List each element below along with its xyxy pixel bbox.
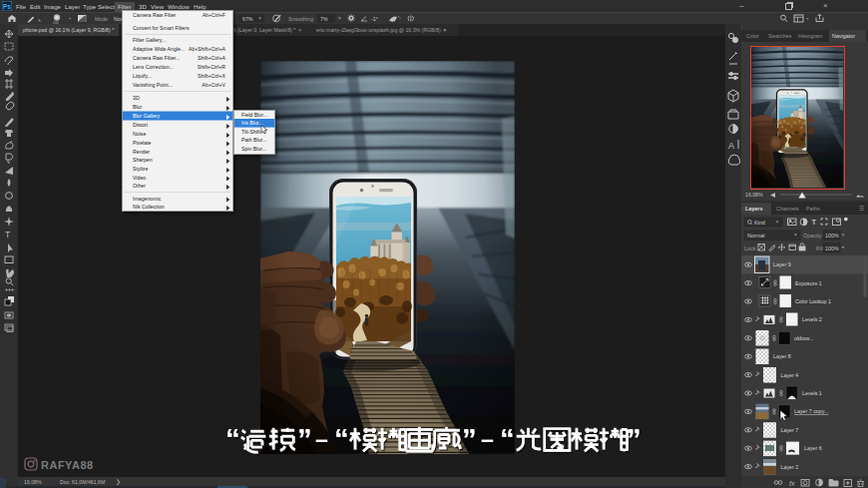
svg-text:”: ” bbox=[297, 423, 312, 455]
svg-text:“: “ bbox=[334, 423, 349, 455]
svg-text:”: ” bbox=[462, 423, 477, 455]
svg-text:Sharpen: Sharpen bbox=[133, 157, 153, 163]
svg-text:fx: fx bbox=[789, 480, 795, 487]
svg-text:Color Lookup 1: Color Lookup 1 bbox=[795, 298, 831, 304]
svg-text:100%: 100% bbox=[825, 233, 839, 239]
svg-text:Alt+Ctrl+F: Alt+Ctrl+F bbox=[203, 12, 225, 18]
svg-text:”: ” bbox=[627, 423, 642, 455]
svg-text:-1°: -1° bbox=[371, 16, 378, 22]
svg-text:T: T bbox=[812, 218, 817, 227]
svg-text:Alt+Shift+Ctrl+A: Alt+Shift+Ctrl+A bbox=[189, 46, 226, 52]
svg-text:7%: 7% bbox=[320, 16, 328, 22]
svg-text:“: “ bbox=[225, 423, 240, 455]
svg-text:Stylize: Stylize bbox=[133, 166, 148, 172]
svg-text:A: A bbox=[728, 141, 734, 151]
svg-text:Layer 2: Layer 2 bbox=[781, 464, 799, 470]
svg-text::: : bbox=[233, 15, 235, 21]
svg-text:Lens Correction...: Lens Correction... bbox=[133, 64, 174, 70]
svg-text:Layer 4: Layer 4 bbox=[781, 372, 799, 378]
svg-text:3D: 3D bbox=[133, 95, 140, 101]
svg-text:Render: Render bbox=[133, 149, 150, 155]
svg-text:Normal: Normal bbox=[747, 233, 764, 239]
svg-text:Opacity:: Opacity: bbox=[803, 233, 823, 239]
svg-text:T: T bbox=[5, 230, 11, 240]
svg-text:Layer 7: Layer 7 bbox=[781, 427, 799, 433]
svg-text:100%: 100% bbox=[825, 245, 839, 251]
svg-text:Mode:: Mode: bbox=[95, 16, 109, 22]
svg-text:Imagenomic: Imagenomic bbox=[133, 196, 162, 202]
svg-text:“: “ bbox=[500, 423, 515, 455]
svg-text:–: – bbox=[481, 426, 494, 452]
svg-text:Kind: Kind bbox=[754, 220, 765, 226]
svg-text:RAFYA88: RAFYA88 bbox=[41, 459, 94, 471]
svg-text:Video: Video bbox=[133, 175, 146, 181]
svg-text:67%: 67% bbox=[242, 16, 253, 22]
svg-text:Liquify...: Liquify... bbox=[133, 73, 152, 79]
svg-text:Layer 6: Layer 6 bbox=[804, 445, 822, 451]
svg-text:Pixelate: Pixelate bbox=[133, 140, 152, 146]
svg-text:Spin Blur...: Spin Blur... bbox=[241, 146, 266, 152]
svg-text:Blur Gallery: Blur Gallery bbox=[133, 113, 161, 119]
svg-text:Blur: Blur bbox=[133, 104, 142, 110]
svg-text:Layer 8: Layer 8 bbox=[773, 353, 791, 359]
svg-text:Layer 9: Layer 9 bbox=[773, 261, 791, 267]
svg-text:Exposure 1: Exposure 1 bbox=[795, 280, 822, 286]
svg-text:Shift+Ctrl+R: Shift+Ctrl+R bbox=[198, 64, 226, 70]
svg-text:Vanishing Point...: Vanishing Point... bbox=[133, 82, 173, 88]
svg-text:Distort: Distort bbox=[133, 122, 149, 128]
svg-text:Filter Gallery...: Filter Gallery... bbox=[133, 37, 166, 43]
svg-text:Lock:: Lock: bbox=[744, 245, 757, 251]
svg-text:Noise: Noise bbox=[133, 131, 146, 137]
svg-text:Alt+Ctrl+V: Alt+Ctrl+V bbox=[202, 82, 225, 88]
svg-text:Nik Collection: Nik Collection bbox=[133, 204, 165, 210]
svg-text:Camera Raw Filter...: Camera Raw Filter... bbox=[133, 55, 180, 61]
svg-text:Layer 7 copy...: Layer 7 copy... bbox=[794, 408, 828, 414]
svg-text:Convert for Smart Filters: Convert for Smart Filters bbox=[133, 25, 190, 31]
svg-text:Camera Raw Filter: Camera Raw Filter bbox=[133, 12, 177, 18]
svg-text:Adaptive Wide Angle...: Adaptive Wide Angle... bbox=[133, 46, 185, 52]
svg-text:–: – bbox=[315, 426, 328, 452]
svg-text:Shift+Ctrl+X: Shift+Ctrl+X bbox=[198, 73, 226, 79]
svg-text:Levels 2: Levels 2 bbox=[802, 316, 822, 322]
svg-text:Levels 1: Levels 1 bbox=[802, 390, 822, 396]
svg-text:Other: Other bbox=[133, 183, 146, 189]
svg-text:Field Blur...: Field Blur... bbox=[241, 112, 267, 118]
svg-text:Path Blur...: Path Blur... bbox=[241, 137, 266, 143]
svg-text:Smoothing:: Smoothing: bbox=[288, 16, 314, 22]
svg-text:oldtow...: oldtow... bbox=[794, 335, 813, 341]
svg-text:Shift+Ctrl+A: Shift+Ctrl+A bbox=[198, 55, 226, 61]
svg-text:Ps: Ps bbox=[3, 3, 11, 10]
